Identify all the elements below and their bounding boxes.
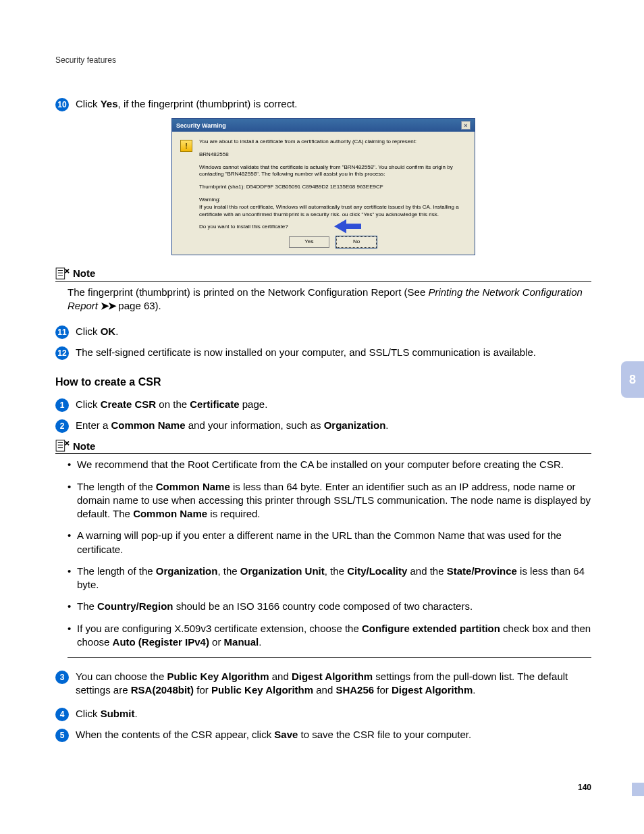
step-number-badge: 2: [55, 419, 69, 433]
running-header: Security features: [55, 55, 591, 65]
svg-rect-0: [56, 268, 65, 279]
note-body: The fingerprint (thumbprint) is printed …: [68, 286, 591, 313]
step-number-badge: 10: [55, 98, 69, 111]
page-number: 140: [578, 783, 591, 792]
dialog-buttons: Yes No: [199, 236, 466, 248]
dialog-text: You are about to install a certificate f…: [199, 138, 466, 248]
document-page: Security features 10 Click Yes, if the f…: [0, 0, 644, 742]
dialog-window: Security Warning × ! You are about to in…: [171, 118, 475, 255]
list-item: The length of the Common Name is less th…: [68, 480, 591, 521]
note-block: Note We recommend that the Root Certific…: [55, 440, 591, 658]
csr-step-2: 2 Enter a Common Name and your informati…: [55, 419, 591, 433]
step-text: Click Submit.: [76, 707, 591, 721]
note-label: Note: [73, 440, 95, 452]
list-item: If you are configuring X.509v3 certifica…: [68, 622, 591, 650]
step-number-badge: 5: [55, 729, 69, 742]
note-header: Note: [55, 267, 591, 282]
note-list: We recommend that the Root Certificate f…: [68, 458, 591, 649]
dialog-body: ! You are about to install a certificate…: [172, 132, 475, 255]
no-button: No: [336, 236, 377, 248]
step-10: 10 Click Yes, if the fingerprint (thumbp…: [55, 97, 591, 111]
step-text: The self-signed certificate is now insta…: [76, 346, 591, 359]
close-icon: ×: [461, 121, 471, 130]
note-header: Note: [55, 440, 591, 454]
callout-arrow-icon: [334, 217, 361, 235]
csr-step-3: 3 You can choose the Public Key Algorith…: [55, 670, 591, 698]
list-item: We recommend that the Root Certificate f…: [68, 458, 591, 471]
step-text: Enter a Common Name and your information…: [76, 419, 591, 432]
security-warning-dialog-illustration: Security Warning × ! You are about to in…: [55, 118, 591, 255]
yes-button: Yes: [289, 236, 329, 248]
dialog-titlebar: Security Warning ×: [172, 119, 475, 132]
step-number-badge: 12: [55, 346, 69, 360]
step-11: 11 Click OK.: [55, 325, 591, 339]
warning-icon: !: [180, 140, 192, 152]
step-number-badge: 4: [55, 708, 69, 721]
csr-step-5: 5 When the contents of the CSR appear, c…: [55, 728, 591, 742]
note-label: Note: [73, 267, 95, 279]
chapter-tab: 8: [621, 361, 644, 398]
note-block: Note The fingerprint (thumbprint) is pri…: [55, 267, 591, 313]
step-text: Click Yes, if the fingerprint (thumbprin…: [76, 97, 591, 111]
page-corner-accent: [632, 783, 644, 796]
note-icon: [55, 440, 70, 452]
step-number-badge: 3: [55, 671, 69, 684]
csr-step-4: 4 Click Submit.: [55, 707, 591, 721]
svg-rect-4: [56, 440, 65, 451]
csr-step-1: 1 Click Create CSR on the Certificate pa…: [55, 398, 591, 412]
dialog-title-text: Security Warning: [176, 122, 226, 129]
list-item: A warning will pop-up if you enter a dif…: [68, 529, 591, 556]
list-item: The length of the Organization, the Orga…: [68, 565, 591, 592]
section-heading: How to create a CSR: [55, 376, 591, 388]
divider: [68, 657, 591, 658]
step-number-badge: 11: [55, 325, 69, 339]
double-chevron-icon: ➤➤: [101, 300, 115, 311]
step-text: When the contents of the CSR appear, cli…: [76, 728, 591, 741]
step-text: Click OK.: [76, 325, 591, 338]
list-item: The Country/Region should be an ISO 3166…: [68, 600, 591, 613]
step-text: Click Create CSR on the Certificate page…: [76, 398, 591, 411]
step-number-badge: 1: [55, 398, 69, 412]
step-12: 12 The self-signed certificate is now in…: [55, 346, 591, 360]
step-text: You can choose the Public Key Algorithm …: [76, 670, 591, 698]
note-icon: [55, 267, 70, 280]
